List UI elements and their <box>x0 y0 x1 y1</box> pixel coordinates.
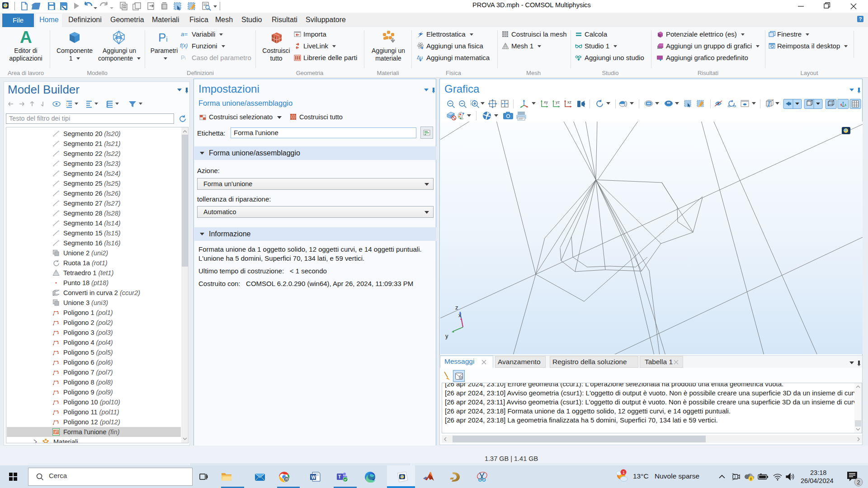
svg-text:x: x <box>458 312 461 319</box>
svg-text:T: T <box>338 474 341 479</box>
svg-text:2: 2 <box>857 479 860 486</box>
svg-text:yz: yz <box>556 100 560 104</box>
svg-text:R: R <box>285 477 288 482</box>
svg-text:1: 1 <box>623 470 625 475</box>
svg-text:xz: xz <box>567 100 572 104</box>
svg-text:z: z <box>455 304 458 311</box>
svg-text:xy: xy <box>544 100 548 104</box>
svg-text:W: W <box>311 475 316 480</box>
svg-text:!: ! <box>750 477 752 481</box>
svg-text:Δu: Δu <box>417 55 423 60</box>
svg-text:y: y <box>445 333 448 339</box>
